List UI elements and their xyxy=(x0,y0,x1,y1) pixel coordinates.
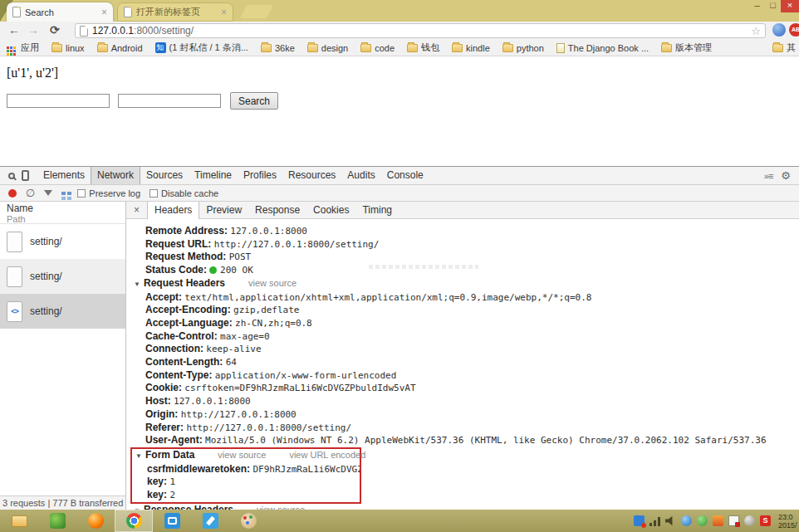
detail-tab-headers[interactable]: Headers xyxy=(147,202,199,219)
devtools-settings-gear-icon[interactable]: ⚙ xyxy=(781,169,791,182)
devtools-tab-audits[interactable]: Audits xyxy=(341,167,380,184)
form-data-section[interactable]: ▼Form Dataview sourceview URL encoded xyxy=(135,449,360,463)
view-url-encoded-link[interactable]: view URL encoded xyxy=(289,450,365,460)
minimize-button[interactable]: – xyxy=(749,0,765,12)
bookmark-folder-version-control[interactable]: 版本管理 xyxy=(661,41,712,54)
taskbar-chrome-button-active[interactable] xyxy=(115,510,153,532)
browser-extension-icon[interactable] xyxy=(772,23,786,37)
devtools-tab-network[interactable]: Network xyxy=(91,167,140,184)
tab-search[interactable]: Search × xyxy=(7,2,113,22)
bookmark-folder-design[interactable]: design xyxy=(307,43,348,53)
clear-icon[interactable]: ∅ xyxy=(26,189,35,198)
detail-tab-preview[interactable]: Preview xyxy=(199,202,248,219)
bookmark-zhihu[interactable]: 知(1 封私信 / 1 条消... xyxy=(155,41,248,54)
detail-tab-cookies[interactable]: Cookies xyxy=(306,202,355,219)
alert-tray-icon[interactable] xyxy=(713,515,723,526)
disable-cache-checkbox[interactable] xyxy=(150,189,158,198)
devtools-tab-timeline[interactable]: Timeline xyxy=(189,167,238,184)
search-button[interactable]: Search xyxy=(230,92,278,110)
tab-close-icon[interactable]: × xyxy=(101,8,107,17)
folder-icon xyxy=(502,44,513,52)
volume-tray-icon[interactable] xyxy=(665,515,676,526)
preserve-log-option[interactable]: Preserve log xyxy=(77,188,140,198)
bookmark-django-book[interactable]: The Django Book ... xyxy=(556,43,649,53)
bookmark-folder-linux[interactable]: linux xyxy=(51,43,85,53)
tab-label: 打开新的标签页 xyxy=(136,6,200,18)
disable-cache-option[interactable]: Disable cache xyxy=(150,188,218,198)
windows-taskbar: S 23:0 2015/ xyxy=(0,510,799,532)
close-button[interactable]: × xyxy=(781,0,799,12)
devtools-tab-profiles[interactable]: Profiles xyxy=(238,167,282,184)
filter-icon[interactable] xyxy=(44,190,52,196)
bookmark-folder-code[interactable]: code xyxy=(360,43,395,53)
settings-tray-icon[interactable] xyxy=(744,515,755,526)
adblock-extension-icon[interactable]: AB xyxy=(789,23,799,37)
new-tab-button[interactable] xyxy=(240,5,274,18)
collapse-triangle-icon[interactable]: ▼ xyxy=(135,451,145,463)
taskbar-paint-button[interactable] xyxy=(229,510,267,532)
other-bookmarks-folder[interactable]: 其 xyxy=(772,41,799,54)
response-headers-section[interactable]: ▼Response Headersview source xyxy=(134,504,799,510)
tab-label: Search xyxy=(25,7,54,17)
tab-close-icon[interactable]: × xyxy=(221,8,227,17)
devtools-tab-resources[interactable]: Resources xyxy=(282,167,341,184)
path-column-header: Path xyxy=(7,214,125,224)
bookmark-star-icon[interactable]: ☆ xyxy=(751,25,761,37)
taskbar-blue-app-button[interactable] xyxy=(153,510,191,532)
close-detail-icon[interactable]: × xyxy=(126,204,147,216)
sogou-input-tray-icon[interactable]: S xyxy=(760,515,771,526)
request-row[interactable]: setting/ xyxy=(0,259,125,294)
request-row-selected[interactable]: <> setting/ xyxy=(0,294,125,329)
bookmark-folder-36ke[interactable]: 36ke xyxy=(261,43,295,53)
columns-view-icon[interactable] xyxy=(61,192,66,195)
sync-error-tray-icon[interactable] xyxy=(728,515,739,526)
search-field-1[interactable] xyxy=(7,94,110,108)
taskbar-clock[interactable]: 23:0 2015/ xyxy=(778,513,799,530)
devtools-tab-sources[interactable]: Sources xyxy=(140,167,189,184)
taskbar-notes-button[interactable] xyxy=(191,510,229,532)
devtools-tab-elements[interactable]: Elements xyxy=(37,167,91,184)
bookmark-folder-kindle[interactable]: kindle xyxy=(452,43,490,53)
console-drawer-icon[interactable]: »≡ xyxy=(764,171,773,181)
request-list-column: Name Path setting/ setting/ <> setting/ … xyxy=(0,202,126,510)
maximize-button[interactable]: □ xyxy=(765,0,781,12)
record-icon[interactable] xyxy=(8,189,17,198)
header-line: Referer: http://127.0.0.1:8000/setting/ xyxy=(134,422,799,435)
search-field-2[interactable] xyxy=(118,94,221,108)
view-source-link[interactable]: view source xyxy=(218,450,266,460)
forward-icon[interactable]: → xyxy=(27,23,39,37)
form-data-line: csrfmiddlewaretoken: DF9hRJzmRaL1i6WcDVG… xyxy=(135,463,360,476)
bookmark-folder-android[interactable]: Android xyxy=(97,43,143,53)
detail-tab-timing[interactable]: Timing xyxy=(355,202,399,219)
network-signal-tray-icon[interactable] xyxy=(649,515,660,526)
security-tray-icon[interactable] xyxy=(697,515,708,526)
view-source-link[interactable]: view source xyxy=(248,278,297,288)
system-tray: S 23:0 2015/ xyxy=(634,513,799,530)
thunder-tray-icon[interactable] xyxy=(681,515,692,526)
taskbar-firefox-button[interactable] xyxy=(76,510,115,532)
folder-icon xyxy=(661,44,672,52)
network-summary-bar: 3 requests | 777 B transferred | 26 ... xyxy=(0,495,125,510)
explorer-icon xyxy=(12,515,27,527)
bookmark-folder-wallet[interactable]: 钱包 xyxy=(407,41,439,54)
reload-icon[interactable]: ⟳ xyxy=(50,23,60,37)
request-headers-section[interactable]: ▼Request Headersview source xyxy=(134,277,799,291)
im-tray-icon[interactable] xyxy=(634,515,645,526)
taskbar-explorer-button[interactable] xyxy=(0,510,38,532)
network-toolbar: ∅ Preserve log Disable cache xyxy=(0,185,799,202)
devtools-tab-console[interactable]: Console xyxy=(381,167,429,184)
preserve-log-checkbox[interactable] xyxy=(77,189,86,198)
detail-tab-response[interactable]: Response xyxy=(248,202,306,219)
bookmark-folder-python[interactable]: python xyxy=(502,43,544,53)
taskbar-editor-button[interactable] xyxy=(38,510,76,532)
address-bar[interactable]: 127.0.0.1:8000/setting/ ☆ xyxy=(75,23,766,38)
bookmark-apps[interactable]: 应用 xyxy=(6,41,39,54)
request-detail-tab-bar: × Headers Preview Response Cookies Timin… xyxy=(126,202,799,219)
collapse-triangle-icon[interactable]: ▼ xyxy=(134,279,144,291)
device-mode-icon[interactable] xyxy=(22,170,29,181)
back-icon[interactable]: ← xyxy=(8,23,20,37)
request-row[interactable]: setting/ xyxy=(0,224,125,259)
inspect-element-icon[interactable] xyxy=(8,173,15,179)
request-list-header[interactable]: Name Path xyxy=(0,202,125,224)
tab-new-tab-page[interactable]: 打开新的标签页 × xyxy=(117,2,233,22)
